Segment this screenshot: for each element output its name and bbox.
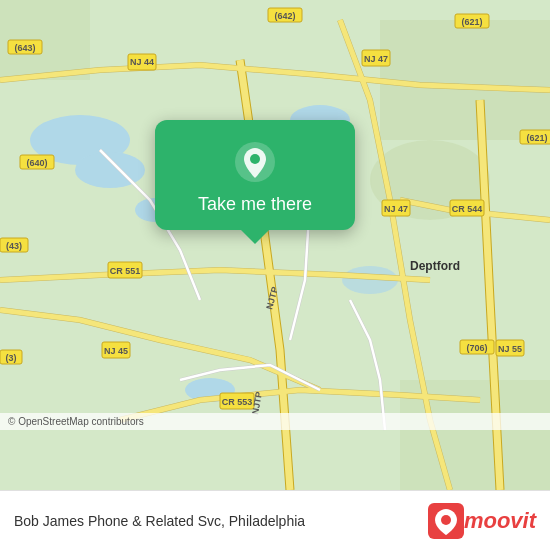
svg-text:(706): (706) — [466, 343, 487, 353]
svg-text:Deptford: Deptford — [410, 259, 460, 273]
svg-text:(643): (643) — [14, 43, 35, 53]
take-me-there-popup[interactable]: Take me there — [155, 120, 355, 230]
popup-label: Take me there — [198, 194, 312, 216]
svg-text:(621): (621) — [461, 17, 482, 27]
map-container: NJ 44 NJ 47 NJ 47 NJ 45 CR 551 CR 553 NJ… — [0, 0, 550, 490]
svg-text:(3): (3) — [6, 353, 17, 363]
svg-text:NJ 47: NJ 47 — [384, 204, 408, 214]
svg-text:NJ 45: NJ 45 — [104, 346, 128, 356]
location-pin-icon — [233, 140, 277, 184]
moovit-wordmark: moovit — [464, 508, 536, 534]
copyright-bar: © OpenStreetMap contributors — [0, 413, 550, 430]
svg-text:(640): (640) — [26, 158, 47, 168]
svg-point-48 — [441, 515, 451, 525]
svg-text:NJ 47: NJ 47 — [364, 54, 388, 64]
svg-text:CR 544: CR 544 — [452, 204, 483, 214]
svg-point-46 — [250, 154, 260, 164]
moovit-icon — [428, 503, 464, 539]
svg-text:CR 551: CR 551 — [110, 266, 141, 276]
svg-text:(43): (43) — [6, 241, 22, 251]
moovit-logo: moovit — [428, 503, 536, 539]
svg-rect-6 — [380, 20, 550, 140]
bottom-bar: Bob James Phone & Related Svc, Philadelp… — [0, 490, 550, 550]
svg-text:(642): (642) — [274, 11, 295, 21]
svg-text:CR 553: CR 553 — [222, 397, 253, 407]
svg-text:NJ 55: NJ 55 — [498, 344, 522, 354]
copyright-text: © OpenStreetMap contributors — [8, 416, 144, 427]
svg-text:NJ 44: NJ 44 — [130, 57, 154, 67]
location-label: Bob James Phone & Related Svc, Philadelp… — [14, 513, 305, 529]
svg-text:(621): (621) — [526, 133, 547, 143]
